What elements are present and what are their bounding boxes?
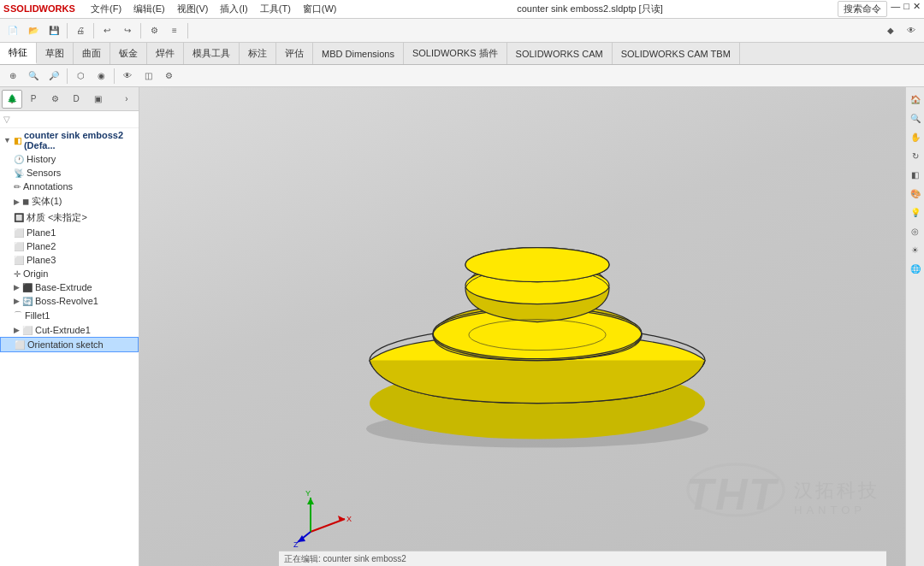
right-ambient-button[interactable]: ☀ bbox=[907, 241, 924, 258]
orientation-sketch-label: Orientation sketch bbox=[27, 339, 104, 350]
maximize-button[interactable]: □ bbox=[903, 1, 909, 17]
tree-item-origin[interactable]: ✛ Origin bbox=[0, 267, 139, 280]
tab-evaluate[interactable]: 评估 bbox=[276, 43, 313, 64]
solid-collapse-arrow[interactable]: ▶ bbox=[14, 198, 20, 206]
right-realview-button[interactable]: 💡 bbox=[907, 203, 924, 221]
watermark-logo-text: T H T bbox=[684, 463, 787, 532]
menu-edit[interactable]: 编辑(E) bbox=[128, 1, 170, 17]
zoom-fit-button[interactable]: ⊕ bbox=[3, 67, 22, 85]
tree-item-material[interactable]: 🔲 材质 <未指定> bbox=[0, 209, 139, 226]
tab-mold-tools[interactable]: 模具工具 bbox=[184, 43, 240, 64]
plane1-icon: ⬜ bbox=[14, 228, 24, 238]
svg-text:Y: Y bbox=[305, 489, 311, 498]
3d-viewport[interactable]: T H T 汉拓科技 HANTOP X bbox=[139, 87, 905, 566]
menu-view[interactable]: 视图(V) bbox=[172, 1, 214, 17]
print-button[interactable]: 🖨 bbox=[71, 21, 90, 40]
zoom-in-button[interactable]: 🔍 bbox=[24, 67, 43, 85]
cut-extrude1-arrow[interactable]: ▶ bbox=[14, 326, 20, 334]
tree-item-annotations[interactable]: ✏ Annotations bbox=[0, 180, 139, 193]
tree-item-solid[interactable]: ▶ ◼ 实体(1) bbox=[0, 193, 139, 209]
tab-sheet-metal[interactable]: 钣金 bbox=[110, 43, 147, 64]
menu-window[interactable]: 窗口(W) bbox=[298, 1, 342, 17]
right-settings-button[interactable]: 🌐 bbox=[907, 260, 924, 277]
history-label: History bbox=[27, 154, 56, 164]
tab-mbd[interactable]: MBD Dimensions bbox=[313, 43, 404, 64]
menu-tools[interactable]: 工具(T) bbox=[255, 1, 296, 17]
right-sidebar: 🏠 🔍 ✋ ↻ ◧ 🎨 💡 ◎ ☀ 🌐 bbox=[905, 87, 924, 566]
tree-item-plane3[interactable]: ⬜ Plane3 bbox=[0, 253, 139, 267]
tree-item-base-extrude[interactable]: ▶ ⬛ Base-Extrude bbox=[0, 280, 139, 294]
root-collapse-arrow[interactable]: ▼ bbox=[3, 136, 11, 144]
close-button[interactable]: ✕ bbox=[913, 1, 921, 17]
open-button[interactable]: 📂 bbox=[24, 21, 43, 40]
new-button[interactable]: 📄 bbox=[3, 21, 22, 40]
tree-root-node[interactable]: ▼ ◧ counter sink emboss2 (Defa... bbox=[0, 128, 139, 152]
fm-tab-collapse[interactable]: › bbox=[116, 90, 137, 109]
tab-surface[interactable]: 曲面 bbox=[74, 43, 110, 64]
base-extrude-arrow[interactable]: ▶ bbox=[14, 283, 20, 292]
menu-bar[interactable]: 文件(F) 编辑(E) 视图(V) 插入(I) 工具(T) 窗口(W) bbox=[86, 1, 342, 17]
tree-item-boss-revolve1[interactable]: ▶ 🔄 Boss-Revolve1 bbox=[0, 294, 139, 308]
tree-item-plane2[interactable]: ⬜ Plane2 bbox=[0, 239, 139, 253]
right-rotate-button[interactable]: ↻ bbox=[907, 147, 924, 164]
tree-item-fillet1[interactable]: ⌒ Fillet1 bbox=[0, 308, 139, 323]
undo-button[interactable]: ↩ bbox=[98, 21, 116, 40]
right-section-button[interactable]: ◧ bbox=[907, 166, 924, 183]
fm-tab-display[interactable]: ▣ bbox=[87, 90, 108, 109]
tab-sw-cam-tbm[interactable]: SOLIDWORKS CAM TBM bbox=[613, 43, 740, 64]
toolbar-separator-2 bbox=[93, 23, 94, 38]
section-view-button[interactable]: ◫ bbox=[139, 67, 157, 85]
origin-label: Origin bbox=[23, 268, 48, 279]
cut-extrude1-label: Cut-Extrude1 bbox=[35, 325, 91, 335]
view-settings-button[interactable]: ⚙ bbox=[159, 67, 178, 85]
search-box[interactable]: 搜索命令 bbox=[838, 1, 887, 17]
tab-markup[interactable]: 标注 bbox=[240, 43, 276, 64]
solid-label: 实体(1) bbox=[32, 195, 62, 208]
view-orient-button[interactable]: ⬡ bbox=[71, 67, 90, 85]
right-view-button[interactable]: 🏠 bbox=[907, 91, 924, 108]
window-title: counter sink emboss2.sldptp [只读] bbox=[517, 3, 663, 15]
axes-svg: X Y Z bbox=[293, 489, 353, 549]
zoom-out-button[interactable]: 🔎 bbox=[44, 67, 63, 85]
tab-sketch[interactable]: 草图 bbox=[37, 43, 74, 64]
tree-item-history[interactable]: 🕐 History bbox=[0, 152, 139, 166]
tab-weldments[interactable]: 焊件 bbox=[147, 43, 184, 64]
right-pan-button[interactable]: ✋ bbox=[907, 128, 924, 145]
feature-manager-tabs: 🌲 P ⚙ D ▣ › bbox=[0, 87, 139, 111]
secondary-toolbar: ⊕ 🔍 🔎 ⬡ ◉ 👁 ◫ ⚙ bbox=[0, 65, 924, 87]
display-style-button[interactable]: ◉ bbox=[92, 67, 110, 85]
tab-sw-cam[interactable]: SOLIDWORKS CAM bbox=[507, 43, 613, 64]
tab-features[interactable]: 特征 bbox=[0, 43, 37, 64]
tab-sw-plugins[interactable]: SOLIDWORKS 插件 bbox=[404, 43, 507, 64]
main-layout: 🌲 P ⚙ D ▣ › ▽ ▼ ◧ counter sink emboss2 (… bbox=[0, 87, 924, 566]
right-appearance-button[interactable]: 🎨 bbox=[907, 185, 924, 202]
rebuild-button[interactable]: ⚙ bbox=[145, 21, 163, 40]
view-button[interactable]: 👁 bbox=[902, 21, 921, 40]
options-button[interactable]: ≡ bbox=[165, 21, 184, 40]
sensors-label: Sensors bbox=[27, 168, 61, 178]
fm-tab-dim[interactable]: D bbox=[66, 90, 86, 109]
hide-show-button[interactable]: 👁 bbox=[118, 67, 137, 85]
watermark-company-text: 汉拓科技 HANTOP bbox=[794, 478, 880, 516]
right-zoom-button[interactable]: 🔍 bbox=[907, 109, 924, 127]
fm-tab-config[interactable]: ⚙ bbox=[44, 90, 65, 109]
right-shadow-button[interactable]: ◎ bbox=[907, 222, 924, 239]
annotations-label: Annotations bbox=[23, 181, 73, 192]
save-button[interactable]: 💾 bbox=[44, 21, 63, 40]
boss-revolve1-label: Boss-Revolve1 bbox=[35, 296, 98, 306]
3d-model bbox=[332, 139, 743, 463]
boss-revolve1-arrow[interactable]: ▶ bbox=[14, 297, 20, 305]
smart-dimension-button[interactable]: ◆ bbox=[881, 21, 900, 40]
menu-insert[interactable]: 插入(I) bbox=[215, 1, 252, 17]
tree-item-plane1[interactable]: ⬜ Plane1 bbox=[0, 226, 139, 239]
fm-tab-feature-tree[interactable]: 🌲 bbox=[2, 90, 22, 109]
redo-button[interactable]: ↪ bbox=[118, 21, 137, 40]
fm-tab-property[interactable]: P bbox=[23, 90, 44, 109]
minimize-button[interactable]: — bbox=[891, 1, 900, 17]
tree-item-cut-extrude1[interactable]: ▶ ⬜ Cut-Extrude1 bbox=[0, 323, 139, 337]
menu-file[interactable]: 文件(F) bbox=[86, 1, 127, 17]
tree-item-sensors[interactable]: 📡 Sensors bbox=[0, 166, 139, 180]
root-label: counter sink emboss2 (Defa... bbox=[24, 130, 135, 150]
coordinate-axes: X Y Z bbox=[293, 489, 345, 540]
tree-item-orientation-sketch[interactable]: ⬜ Orientation sketch bbox=[0, 337, 139, 352]
